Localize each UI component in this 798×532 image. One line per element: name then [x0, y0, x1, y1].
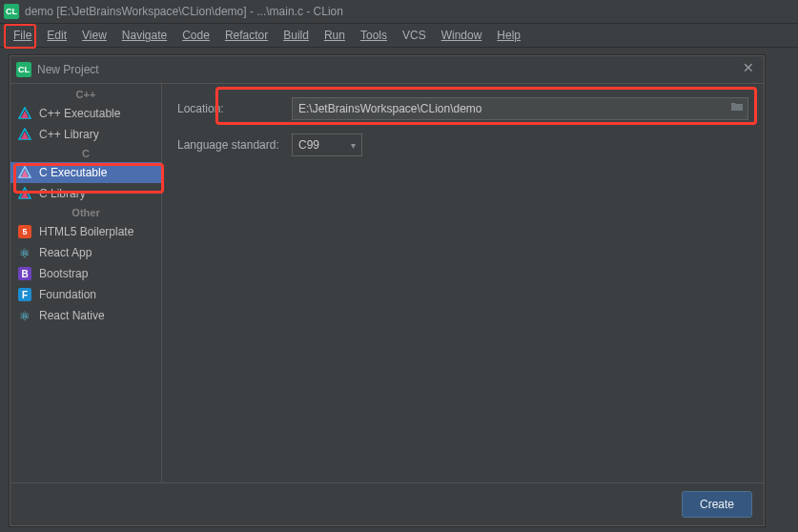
- menu-refactor[interactable]: Refactor: [217, 24, 276, 47]
- menu-file[interactable]: File: [6, 24, 39, 47]
- sidebar-item-cpp-library[interactable]: C++ Library: [10, 124, 161, 145]
- location-row: Location:: [177, 97, 748, 120]
- c-executable-icon: [18, 166, 31, 179]
- location-input[interactable]: [292, 97, 748, 120]
- menu-tools[interactable]: Tools: [353, 24, 395, 47]
- sidebar-heading-cpp: C++: [10, 86, 161, 103]
- cpp-library-icon: [18, 128, 31, 141]
- menu-navigate[interactable]: Navigate: [114, 24, 174, 47]
- react-native-icon: ⚛: [18, 309, 31, 322]
- bootstrap-icon: B: [18, 267, 31, 280]
- language-standard-select[interactable]: C99 ▾: [292, 133, 362, 156]
- new-project-dialog: CL New Project ✕ C++ C++ Executable C++ …: [10, 55, 765, 526]
- foundation-icon: F: [18, 288, 31, 301]
- title-bar: CL demo [E:\JetBrainsWorkspace\CLion\dem…: [0, 0, 798, 24]
- menu-bar: File Edit View Navigate Code Refactor Bu…: [0, 24, 798, 48]
- react-icon: ⚛: [18, 246, 31, 259]
- dialog-title-bar: CL New Project ✕: [10, 56, 764, 84]
- sidebar-item-label: HTML5 Boilerplate: [39, 225, 133, 238]
- menu-code[interactable]: Code: [174, 24, 217, 47]
- language-standard-row: Language standard: C99 ▾: [177, 133, 748, 156]
- location-label: Location:: [177, 102, 292, 115]
- sidebar-item-label: React Native: [39, 309, 105, 322]
- sidebar-item-label: Bootstrap: [39, 267, 88, 280]
- dialog-footer: Create: [10, 482, 764, 525]
- sidebar-item-html5[interactable]: 5 HTML5 Boilerplate: [10, 221, 161, 242]
- sidebar-item-label: C Library: [39, 187, 86, 200]
- menu-run[interactable]: Run: [317, 24, 353, 47]
- menu-edit[interactable]: Edit: [39, 24, 74, 47]
- sidebar-item-label: C Executable: [39, 166, 107, 179]
- window-title: demo [E:\JetBrainsWorkspace\CLion\demo] …: [25, 5, 343, 18]
- sidebar-item-label: C++ Library: [39, 128, 99, 141]
- dialog-content: Location: Language standard: C99 ▾: [162, 84, 764, 482]
- menu-window[interactable]: Window: [434, 24, 490, 47]
- language-standard-value: C99: [298, 138, 319, 152]
- sidebar-item-foundation[interactable]: F Foundation: [10, 284, 161, 305]
- sidebar-item-c-executable[interactable]: C Executable: [10, 162, 161, 183]
- menu-build[interactable]: Build: [276, 24, 317, 47]
- project-type-sidebar: C++ C++ Executable C++ Library C C Execu…: [10, 84, 162, 482]
- app-icon: CL: [4, 4, 19, 19]
- c-library-icon: [18, 187, 31, 200]
- sidebar-item-cpp-executable[interactable]: C++ Executable: [10, 103, 161, 124]
- menu-view[interactable]: View: [74, 24, 114, 47]
- menu-help[interactable]: Help: [489, 24, 528, 47]
- create-button-label: Create: [700, 498, 734, 511]
- sidebar-heading-c: C: [10, 145, 161, 162]
- dialog-title: New Project: [37, 63, 99, 76]
- sidebar-item-react-native[interactable]: ⚛ React Native: [10, 305, 161, 326]
- html5-icon: 5: [18, 225, 31, 238]
- menu-vcs[interactable]: VCS: [395, 24, 434, 47]
- sidebar-heading-other: Other: [10, 204, 161, 221]
- cpp-executable-icon: [18, 107, 31, 120]
- sidebar-item-bootstrap[interactable]: B Bootstrap: [10, 263, 161, 284]
- create-button[interactable]: Create: [682, 491, 752, 518]
- sidebar-item-label: React App: [39, 246, 92, 259]
- sidebar-item-label: C++ Executable: [39, 107, 120, 120]
- dialog-app-icon: CL: [16, 62, 31, 77]
- sidebar-item-react-app[interactable]: ⚛ React App: [10, 242, 161, 263]
- language-standard-label: Language standard:: [177, 138, 292, 152]
- sidebar-item-label: Foundation: [39, 288, 96, 301]
- chevron-down-icon: ▾: [351, 140, 356, 151]
- close-icon[interactable]: ✕: [741, 60, 756, 75]
- sidebar-item-c-library[interactable]: C Library: [10, 183, 161, 204]
